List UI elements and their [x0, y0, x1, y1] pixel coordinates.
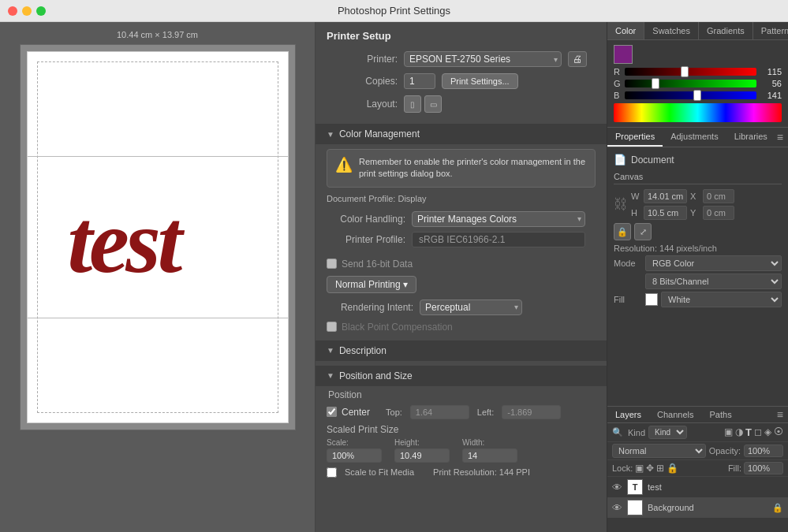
center-checkbox[interactable] — [327, 407, 337, 417]
canvas-height-input[interactable] — [644, 206, 687, 220]
filter-active-icon[interactable]: ⦿ — [774, 426, 783, 438]
kind-select[interactable]: Kind — [648, 426, 687, 439]
printer-select-wrapper[interactable]: EPSON ET-2750 Series — [404, 51, 562, 67]
mode-select[interactable]: RGB Color — [645, 255, 782, 271]
position-size-divider[interactable]: ▼ Position and Size — [316, 366, 607, 386]
print-settings-button[interactable]: Print Settings... — [442, 73, 518, 89]
fill-select[interactable]: White — [661, 292, 782, 307]
height-input[interactable] — [394, 448, 450, 463]
green-slider[interactable] — [625, 80, 756, 87]
layer-text-icon[interactable]: T — [745, 426, 752, 438]
black-point-checkbox[interactable] — [327, 322, 337, 332]
maximize-button[interactable] — [36, 6, 46, 16]
scale-to-fit-checkbox[interactable] — [327, 467, 337, 478]
layer-shape-icon[interactable]: ◻ — [754, 426, 762, 438]
bits-row: 8 Bits/Channel — [614, 273, 782, 289]
tab-color[interactable]: Color — [607, 22, 644, 39]
current-color-swatch[interactable] — [614, 45, 633, 64]
visibility-icon-test[interactable]: 👁 — [612, 482, 622, 493]
scale-input[interactable] — [327, 448, 382, 463]
rendering-row: Rendering Intent: Perceptual — [316, 296, 607, 318]
layer-smart-icon[interactable]: ◈ — [764, 426, 771, 438]
blue-slider[interactable] — [625, 91, 756, 99]
list-item[interactable]: 👁 Background 🔒 — [607, 497, 788, 518]
layer-thumb-test: T — [627, 479, 643, 495]
lock-position-icon[interactable]: ✥ — [646, 463, 654, 474]
lock-pixels-icon[interactable]: ▣ — [635, 463, 644, 474]
list-item[interactable]: 👁 T test — [607, 477, 788, 497]
print-settings-panel: Printer Setup Printer: EPSON ET-2750 Ser… — [316, 22, 607, 532]
fill-swatch[interactable] — [645, 293, 658, 306]
width-input[interactable] — [462, 448, 517, 463]
canvas-y-input[interactable] — [703, 206, 734, 220]
print-preview-panel: 10.44 cm × 13.97 cm .grunge { fill: #8B1… — [0, 22, 316, 532]
scale-label: Scale: — [327, 438, 382, 447]
send-16bit-row: Send 16-bit Data — [316, 255, 607, 273]
printer-setup-block: Printer: EPSON ET-2750 Series 🖨 Copies: … — [316, 47, 607, 124]
tab-channels[interactable]: Channels — [649, 407, 701, 422]
printer-select[interactable]: EPSON ET-2750 Series — [404, 51, 562, 67]
fill-label: Fill — [614, 295, 642, 304]
position-label: Position — [327, 389, 596, 400]
tab-libraries[interactable]: Libraries — [726, 128, 775, 147]
layers-menu-icon[interactable]: ≡ — [777, 408, 783, 421]
color-handling-select-wrapper[interactable]: Printer Manages Colors — [412, 211, 585, 227]
preview-text-area: .grunge { fill: #8B1515; } test — [54, 108, 262, 367]
props-menu-icon[interactable]: ≡ — [777, 131, 783, 143]
color-management-header: Color Management — [339, 128, 420, 140]
properties-panel: Properties Adjustments Libraries ≡ 📄 Doc… — [607, 128, 788, 406]
fill-input[interactable] — [744, 462, 783, 474]
visibility-icon-bg[interactable]: 👁 — [612, 502, 622, 514]
lock-artboard-icon[interactable]: ⊞ — [656, 463, 664, 474]
canvas-icons-row: 🔒 ⤢ — [614, 223, 782, 240]
left-input[interactable] — [502, 405, 561, 419]
preview-text-svg: .grunge { fill: #8B1515; } test — [54, 108, 262, 367]
description-divider[interactable]: ▼ Description — [316, 340, 607, 361]
send-16bit-checkbox[interactable] — [327, 259, 337, 269]
close-button[interactable] — [8, 6, 17, 16]
copies-input[interactable] — [404, 73, 435, 89]
color-slider-group: R 115 G 56 B 141 — [614, 67, 782, 100]
tab-patterns[interactable]: Patterns — [753, 22, 788, 39]
canvas-width-input[interactable] — [644, 189, 687, 203]
tab-gradients[interactable]: Gradients — [699, 22, 753, 39]
rendering-intent-select-wrapper[interactable]: Perceptual — [420, 299, 522, 315]
scaled-print-size-label: Scaled Print Size — [327, 424, 596, 435]
color-spectrum[interactable] — [614, 103, 782, 122]
canvas-lock-icon[interactable]: 🔒 — [614, 223, 631, 240]
tab-paths[interactable]: Paths — [702, 407, 740, 422]
normal-printing-button[interactable]: Normal Printing ▾ — [327, 276, 416, 293]
color-picker-area: R 115 G 56 B 141 — [607, 40, 788, 127]
tab-swatches[interactable]: Swatches — [644, 22, 699, 39]
layer-adjustment-icon[interactable]: ◑ — [735, 426, 743, 438]
color-management-divider[interactable]: ▼ Color Management — [316, 124, 607, 144]
layout-row: Layout: ▯ ▭ — [327, 95, 596, 113]
layout-portrait-icon[interactable]: ▯ — [404, 95, 421, 113]
layout-landscape-icon[interactable]: ▭ — [424, 95, 442, 113]
link-chain-icon[interactable]: ⛓ — [614, 196, 628, 213]
green-slider-row: G 56 — [614, 79, 782, 88]
bits-select[interactable]: 8 Bits/Channel — [645, 273, 782, 289]
blend-mode-select[interactable]: Normal — [612, 444, 706, 458]
tab-properties[interactable]: Properties — [607, 128, 663, 147]
layers-panel: Layers Channels Paths ≡ 🔍 Kind Kind ▣ ◑ … — [607, 406, 788, 532]
color-handling-select[interactable]: Printer Manages Colors — [412, 211, 585, 227]
canvas-x-input[interactable] — [703, 189, 734, 203]
tab-adjustments[interactable]: Adjustments — [663, 128, 726, 147]
minimize-button[interactable] — [22, 6, 32, 16]
rendering-intent-label: Rendering Intent: — [327, 302, 413, 313]
preview-paper: .grunge { fill: #8B1515; } test — [27, 51, 289, 423]
lock-all-icon[interactable]: 🔒 — [667, 463, 678, 474]
resolution-row: Resolution: 144 pixels/inch — [614, 244, 782, 253]
top-input[interactable] — [410, 405, 469, 419]
layer-pixel-icon[interactable]: ▣ — [724, 426, 733, 438]
printer-icon[interactable]: 🖨 — [568, 51, 587, 67]
rendering-intent-select[interactable]: Perceptual — [420, 299, 522, 315]
red-slider[interactable] — [625, 68, 756, 76]
tab-layers[interactable]: Layers — [607, 407, 649, 422]
layers-tabs: Layers Channels Paths ≡ — [607, 407, 788, 423]
document-label: Document — [631, 154, 674, 166]
canvas-expand-icon[interactable]: ⤢ — [634, 223, 652, 240]
opacity-input[interactable] — [744, 445, 783, 457]
layers-toolbar: 🔍 Kind Kind ▣ ◑ T ◻ ◈ ⦿ — [607, 423, 788, 442]
